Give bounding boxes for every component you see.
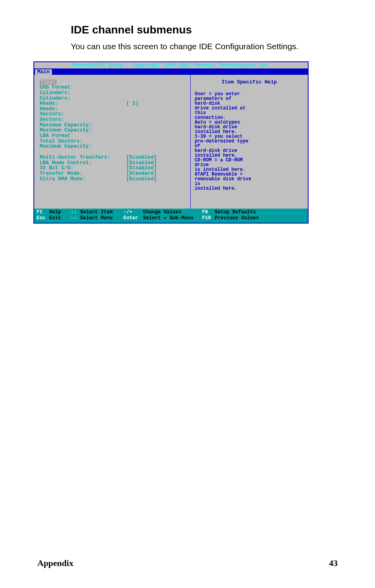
help-text: User = you enter parameters of hard-disk… (195, 92, 304, 191)
setting-value[interactable]: [Disabled] (126, 160, 157, 166)
field-label: Cylinders: (40, 96, 126, 101)
bios-title: PhoenixBIOS Setup - Copyright 1985-2001 … (34, 62, 308, 68)
page-footer: Appendix 43 (37, 558, 338, 568)
bios-footer: F1 Help ↑↓ Select Item -/+ Change Values… (34, 209, 308, 223)
bios-screenshot: PhoenixBIOS Setup - Copyright 1985-2001 … (33, 61, 309, 223)
field-label: Maximum Capacity: (40, 122, 126, 128)
setting-value[interactable]: [Standard] (126, 171, 157, 176)
field-label: Heads: (40, 106, 126, 112)
setting-label: Transfer Mode: (40, 171, 126, 176)
key-f10: F10 (202, 215, 215, 221)
setting-value[interactable]: [Disabled] (126, 176, 157, 182)
key-leftright: ←→ (71, 215, 80, 221)
setting-value[interactable]: [Disabled] (126, 155, 157, 160)
label-select-menu: Select Menu (80, 215, 123, 221)
key-help: Help (49, 209, 71, 215)
setting-label: Multi-Sector Transfers: (40, 155, 126, 160)
bios-menubar: Main (34, 68, 308, 75)
field-label: Total Sectors: (40, 139, 126, 144)
label-previous-values: Previous Values (215, 215, 259, 221)
setting-label: 32 Bit I/O: (40, 165, 126, 171)
key-updown: ↑↓ (71, 209, 80, 215)
label-select-item: Select Item (80, 209, 123, 215)
key-f1: F1 (37, 209, 49, 215)
label-change-values: Change Values (143, 209, 202, 215)
key-esc: Esc (37, 215, 49, 221)
footer-appendix: Appendix (37, 558, 74, 568)
field-label: Sectors: (40, 117, 126, 122)
field-label: CHS Format (40, 85, 126, 90)
setting-label: LBA Mode Control: (40, 160, 126, 166)
bios-help-panel: Item Specific Help User = you enter para… (191, 75, 308, 209)
bios-left-panel: Type: CHS Format Cylinders: Cylinders: H… (34, 75, 191, 209)
field-label: Maximum Capacity: (40, 144, 126, 149)
field-value[interactable]: [ 1] (126, 101, 138, 106)
field-label: Maximum Capacity: (40, 128, 126, 133)
field-label: LBA Format (40, 133, 126, 139)
key-plusminus: -/+ (123, 209, 143, 215)
key-enter: Enter (123, 215, 143, 221)
field-label: Cylinders: (40, 90, 126, 96)
type-label: Type: (40, 80, 57, 85)
intro-text: You can use this screen to change IDE Co… (71, 41, 338, 52)
label-setup-defaults: Setup Defaults (215, 209, 256, 215)
field-label: Heads: (40, 101, 126, 106)
label-select-submenu: Select ▸ Sub-Menu (143, 215, 202, 221)
setting-value[interactable]: [Disabled] (126, 165, 157, 171)
help-title: Item Specific Help (195, 78, 304, 85)
field-label: Sectors: (40, 111, 126, 117)
tab-main[interactable]: Main (35, 69, 52, 75)
footer-page-number: 43 (329, 558, 338, 568)
section-heading: IDE channel submenus (71, 24, 338, 36)
key-f9: F9 (202, 209, 215, 215)
label-exit: Exit (49, 215, 71, 221)
setting-label: Ultra DMA Mode: (40, 176, 126, 182)
bios-body: Type: CHS Format Cylinders: Cylinders: H… (34, 75, 308, 209)
